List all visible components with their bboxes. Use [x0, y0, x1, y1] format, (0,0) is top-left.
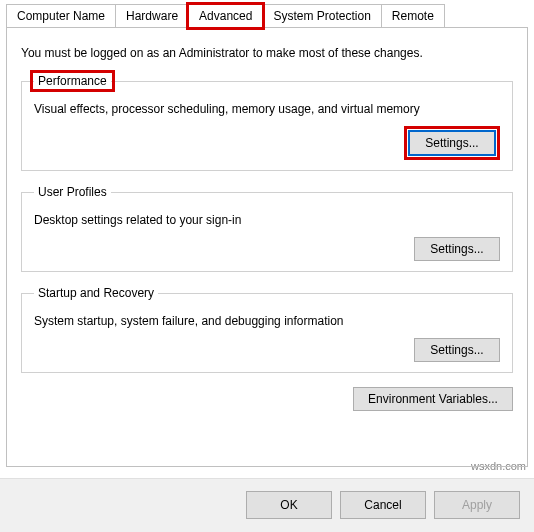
cancel-button[interactable]: Cancel	[340, 491, 426, 519]
performance-desc: Visual effects, processor scheduling, me…	[34, 102, 500, 116]
admin-notice: You must be logged on as an Administrato…	[21, 46, 513, 60]
performance-settings-button[interactable]: Settings...	[409, 131, 495, 155]
tab-system-protection[interactable]: System Protection	[262, 4, 381, 27]
startup-recovery-desc: System startup, system failure, and debu…	[34, 314, 500, 328]
tab-strip: Computer Name Hardware Advanced System P…	[0, 0, 534, 27]
startup-recovery-settings-button[interactable]: Settings...	[414, 338, 500, 362]
apply-button[interactable]: Apply	[434, 491, 520, 519]
tab-hardware[interactable]: Hardware	[115, 4, 189, 27]
user-profiles-settings-button[interactable]: Settings...	[414, 237, 500, 261]
group-user-profiles-legend: User Profiles	[34, 185, 111, 199]
environment-variables-button[interactable]: Environment Variables...	[353, 387, 513, 411]
user-profiles-desc: Desktop settings related to your sign-in	[34, 213, 500, 227]
group-startup-recovery-legend: Startup and Recovery	[34, 286, 158, 300]
ok-button[interactable]: OK	[246, 491, 332, 519]
group-startup-recovery: Startup and Recovery System startup, sys…	[21, 286, 513, 373]
performance-settings-highlight: Settings...	[404, 126, 500, 160]
group-performance: Performance Visual effects, processor sc…	[21, 74, 513, 171]
dialog-button-row: OK Cancel Apply	[0, 478, 534, 532]
tab-remote[interactable]: Remote	[381, 4, 445, 27]
tab-advanced[interactable]: Advanced	[188, 4, 263, 28]
tab-computer-name[interactable]: Computer Name	[6, 4, 116, 27]
group-performance-legend: Performance	[34, 74, 111, 88]
tab-panel-advanced: You must be logged on as an Administrato…	[6, 27, 528, 467]
group-user-profiles: User Profiles Desktop settings related t…	[21, 185, 513, 272]
